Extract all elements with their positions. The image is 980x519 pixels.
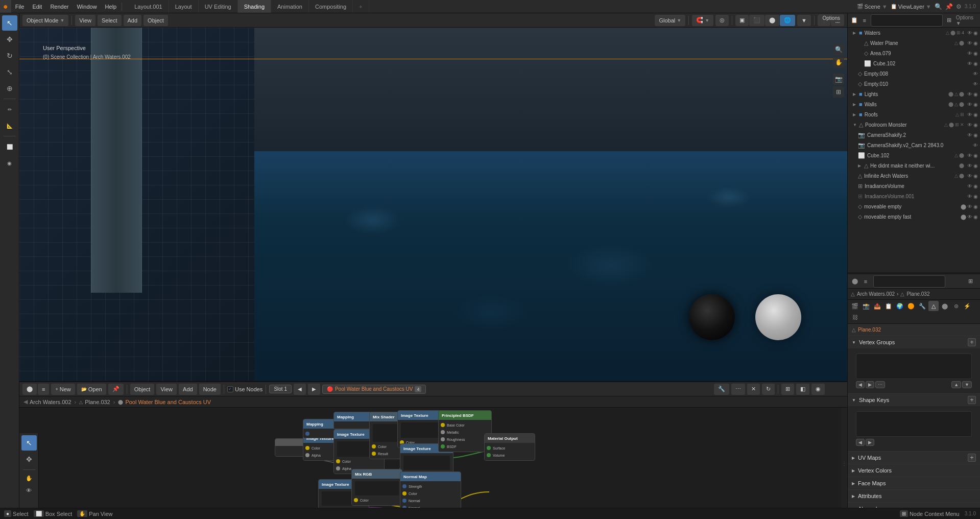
tab-layout[interactable]: Layout (169, 0, 199, 13)
vg-nav-down[interactable]: ▼ (962, 381, 972, 388)
breadcrumb-material[interactable]: Pool Water Blue and Caustocs UV (125, 399, 211, 405)
tree-arrow-walls[interactable]: ▶ (853, 102, 858, 107)
ne-left-arrow[interactable]: ◀ (23, 398, 28, 405)
viewport-add-menu[interactable]: Add (124, 15, 142, 26)
vg-nav-prev[interactable]: ◀ (856, 381, 865, 388)
breadcrumb-plane032[interactable]: Plane.032 (85, 399, 110, 405)
uv-maps-header[interactable]: ▶ UV Maps + (848, 452, 980, 464)
node-nav-hand[interactable]: ✋ (23, 473, 35, 484)
tree-arrow-poolroom[interactable]: ▼ (853, 123, 858, 127)
node-tool-cursor[interactable]: ↖ (21, 435, 37, 451)
tool-scale[interactable]: ⤡ (2, 64, 17, 80)
tree-vis-moveable-fast[interactable]: ◉ (973, 214, 978, 220)
tree-vis-moveable-empty[interactable]: ◉ (973, 204, 978, 209)
tree-item-area079[interactable]: ▶ ◇ Area.079 👁 ◉ (848, 48, 980, 58)
uv-maps-add-btn[interactable]: + (968, 454, 976, 462)
tree-eye-water-plane[interactable]: 👁 (967, 40, 972, 46)
tree-item-walls[interactable]: ▶ ■ Walls ⬤△⬤ 👁 ◉ (848, 99, 980, 109)
tree-eye-moveable-empty[interactable]: 👁 (967, 204, 972, 209)
tree-item-cube102b[interactable]: ⬜ Cube.102 △⬤ 👁 ◉ (848, 150, 980, 160)
node-view-icon[interactable]: 👁 (23, 485, 35, 496)
props-tab-mesh-data[interactable]: △ (928, 301, 939, 311)
tree-eye-cube102[interactable]: 👁 (967, 61, 972, 66)
vg-nav-next[interactable]: ▶ (866, 381, 874, 388)
node-editor-slot-btn[interactable]: 🔧 (714, 384, 729, 395)
tab-layout001[interactable]: Layout.001 (128, 0, 169, 13)
tree-eye-empty010[interactable]: 👁 (973, 81, 978, 87)
shape-keys-header[interactable]: ▼ Shape Keys + (848, 394, 980, 406)
viewport-snap-btn[interactable]: 🧲 ▼ (692, 15, 713, 26)
scene-selector[interactable]: 🎬 Scene ▼ (857, 4, 888, 10)
tree-vis-cam2[interactable]: ◉ (973, 132, 978, 138)
tab-shading[interactable]: Shading (238, 0, 271, 13)
node-editor-icon2[interactable]: ≡ (38, 384, 49, 395)
view-layer-selector[interactable]: 📋 ViewLayer ▼ (891, 4, 931, 10)
shading-rendered[interactable]: 🌐 (780, 15, 795, 26)
viewport-3d[interactable]: Object Mode ▼ View Select Add Object Glo… (19, 13, 847, 381)
node-editor-collapse-handle[interactable]: ⋮ (841, 408, 847, 519)
vertex-colors-header[interactable]: ▶ Vertex Colors (848, 464, 980, 477)
tree-item-moveable-fast[interactable]: ◇ moveable empty fast ⬤ 👁 ◉ (848, 211, 980, 222)
tree-eye-roofs[interactable]: 👁 (967, 112, 972, 117)
tree-eye-walls[interactable]: 👁 (967, 102, 972, 107)
tree-eye-lights[interactable]: 👁 (967, 91, 972, 97)
sk-nav-prev[interactable]: ◀ (856, 439, 865, 446)
node-canvas[interactable]: ↖ ✥ ✋ 👁 (19, 408, 847, 519)
tree-item-irrad2[interactable]: ⊞ IrradianceVolume.001 👁 ◉ (848, 191, 980, 201)
viewport-options-btn[interactable]: Options (819, 14, 844, 22)
tool-measure[interactable]: 📐 (2, 118, 17, 133)
props-tab-particles[interactable]: ⊛ (951, 301, 961, 311)
props-search-input[interactable] (873, 275, 945, 288)
props-bc-part1[interactable]: Arch Waters.002 (857, 291, 895, 297)
tree-eye-poolroom[interactable]: 👁 (967, 122, 972, 128)
node-editor-add-btn[interactable]: Add (179, 384, 197, 395)
vertex-groups-add-btn[interactable]: + (968, 338, 976, 346)
tool-move[interactable]: ✥ (2, 32, 17, 47)
nav-perspective[interactable]: ⊞ (833, 86, 844, 98)
tree-vis-water-plane[interactable]: ◉ (973, 40, 978, 46)
tree-vis-poolroom[interactable]: ◉ (973, 122, 978, 128)
node-editor-more-btn[interactable]: ⋯ (731, 384, 745, 395)
viewport-transform-global[interactable]: Global ▼ (655, 15, 685, 26)
face-maps-header[interactable]: ▶ Face Maps (848, 477, 980, 489)
tree-arrow-waters[interactable]: ▶ (853, 31, 858, 35)
outliner-options-label[interactable]: Options ▼ (956, 15, 977, 26)
nav-search[interactable]: 🔍 (833, 44, 844, 55)
tree-eye-cam2843[interactable]: 👁 (973, 143, 978, 148)
tool-transform[interactable]: ⊕ (2, 81, 17, 96)
tree-eye-cam2[interactable]: 👁 (967, 132, 972, 138)
props-tab-modifier[interactable]: 🔧 (917, 301, 927, 311)
tree-eye-infinite-arch[interactable]: 👁 (967, 173, 972, 179)
tab-uv-editing[interactable]: UV Editing (199, 0, 238, 13)
props-tab-output[interactable]: 📤 (872, 301, 882, 311)
tree-item-moveable-empty[interactable]: ◇ moveable empty ⬤ 👁 ◉ (848, 201, 980, 211)
props-tab-scene[interactable]: 🎬 (850, 301, 860, 311)
viewport-object-menu[interactable]: Object (144, 15, 168, 26)
outliner-view-btn[interactable]: ≡ (859, 15, 869, 26)
tree-vis-waters[interactable]: ◉ (973, 30, 978, 36)
tree-item-water-plane[interactable]: ▶ △ Water Plane △⬤ 👁 ◉ (848, 38, 980, 48)
tab-animation[interactable]: Animation (271, 0, 309, 13)
tree-item-cam2843[interactable]: 📷 CameraShakify.v2_Cam 2 2843.0 👁 (848, 140, 980, 150)
tree-item-waters[interactable]: ▶ ■ Waters △⬤⊞ 4 👁 ◉ (848, 28, 980, 38)
menu-file[interactable]: File (11, 0, 29, 13)
viewport-shading-options[interactable]: ▼ (797, 15, 811, 26)
shading-solid[interactable]: ⬛ (749, 15, 764, 26)
tool-annotate[interactable]: ✏ (2, 102, 17, 117)
menu-edit[interactable]: Edit (28, 0, 46, 13)
tree-vis-cube102b[interactable]: ◉ (973, 153, 978, 158)
tree-vis-cube102[interactable]: ◉ (973, 61, 978, 66)
tool-add-cube[interactable]: ⬜ (2, 139, 17, 154)
menu-render[interactable]: Render (46, 0, 73, 13)
tree-item-cube102[interactable]: ▶ ⬜ Cube.102 👁 ◉ (848, 58, 980, 68)
shape-keys-list[interactable] (856, 411, 972, 437)
tree-vis-irrad1[interactable]: ◉ (973, 183, 978, 189)
props-tab-object[interactable]: 🟠 (906, 301, 916, 311)
tool-rotate[interactable]: ↻ (2, 48, 17, 63)
node-editor-new-btn[interactable]: + New (51, 384, 75, 395)
tree-vis-irrad2[interactable]: ◉ (973, 194, 978, 199)
settings-global[interactable]: ⚙ (956, 3, 962, 10)
slot-nav-prev[interactable]: ◀ (294, 384, 306, 395)
tool-add-object[interactable]: ◉ (2, 155, 17, 171)
nav-hand[interactable]: ✋ (833, 57, 844, 68)
